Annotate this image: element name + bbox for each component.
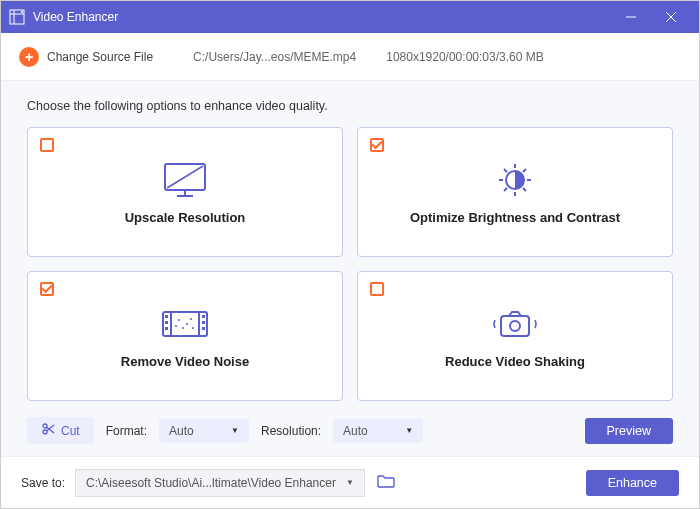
option-label: Upscale Resolution [125, 210, 246, 225]
option-reduce-shaking[interactable]: Reduce Video Shaking [357, 271, 673, 401]
svg-line-17 [523, 188, 526, 191]
option-upscale-resolution[interactable]: Upscale Resolution [27, 127, 343, 257]
change-source-button[interactable]: + Change Source File [19, 47, 153, 67]
svg-point-34 [175, 325, 177, 327]
svg-point-36 [510, 321, 520, 331]
save-path-select[interactable]: C:\Aiseesoft Studio\Ai...ltimate\Video E… [75, 469, 365, 497]
content-area: Choose the following options to enhance … [1, 81, 699, 456]
svg-rect-28 [202, 327, 205, 330]
svg-rect-20 [163, 312, 207, 336]
option-brightness-contrast[interactable]: Optimize Brightness and Contrast [357, 127, 673, 257]
option-label: Reduce Video Shaking [445, 354, 585, 369]
minimize-button[interactable] [611, 1, 651, 33]
cut-label: Cut [61, 424, 80, 438]
options-grid: Upscale Resolution Optimize Brightness a… [27, 127, 673, 401]
checkbox-noise[interactable] [40, 282, 54, 296]
folder-icon [377, 474, 395, 491]
option-label: Remove Video Noise [121, 354, 249, 369]
source-file-meta: 1080x1920/00:00:03/3.60 MB [386, 50, 543, 64]
svg-line-16 [504, 169, 507, 172]
chevron-down-icon: ▼ [346, 478, 354, 487]
open-folder-button[interactable] [375, 472, 397, 494]
plus-icon: + [19, 47, 39, 67]
svg-point-30 [186, 323, 188, 325]
svg-point-31 [182, 327, 184, 329]
svg-rect-24 [165, 321, 168, 324]
preview-label: Preview [607, 424, 651, 438]
preview-button[interactable]: Preview [585, 418, 673, 444]
save-path-value: C:\Aiseesoft Studio\Ai...ltimate\Video E… [86, 476, 336, 490]
svg-line-19 [504, 188, 507, 191]
svg-rect-23 [165, 315, 168, 318]
app-title: Video Enhancer [33, 10, 118, 24]
svg-point-33 [192, 327, 194, 329]
svg-rect-27 [202, 321, 205, 324]
chevron-down-icon: ▼ [231, 426, 239, 435]
film-icon [161, 304, 209, 344]
resolution-label: Resolution: [261, 424, 321, 438]
svg-point-32 [190, 318, 192, 320]
option-remove-noise[interactable]: Remove Video Noise [27, 271, 343, 401]
format-label: Format: [106, 424, 147, 438]
save-to-label: Save to: [21, 476, 65, 490]
app-icon [9, 9, 25, 25]
svg-point-29 [178, 319, 180, 321]
svg-rect-25 [165, 327, 168, 330]
svg-line-8 [167, 166, 203, 188]
option-label: Optimize Brightness and Contrast [410, 210, 620, 225]
brightness-icon [491, 160, 539, 200]
titlebar: Video Enhancer [1, 1, 699, 33]
resolution-value: Auto [343, 424, 368, 438]
format-value: Auto [169, 424, 194, 438]
footer-bar: Save to: C:\Aiseesoft Studio\Ai...ltimat… [1, 456, 699, 508]
monitor-icon [161, 160, 209, 200]
camera-shake-icon [491, 304, 539, 344]
checkbox-brightness[interactable] [370, 138, 384, 152]
cut-button[interactable]: Cut [27, 417, 94, 444]
enhance-button[interactable]: Enhance [586, 470, 679, 496]
svg-rect-35 [501, 316, 529, 336]
app-window: Video Enhancer + Change Source File C:/U… [0, 0, 700, 509]
change-source-label: Change Source File [47, 50, 153, 64]
checkbox-shaking[interactable] [370, 282, 384, 296]
resolution-select[interactable]: Auto ▼ [333, 419, 423, 443]
source-bar: + Change Source File C:/Users/Jay...eos/… [1, 33, 699, 81]
controls-row: Cut Format: Auto ▼ Resolution: Auto ▼ Pr… [27, 417, 673, 444]
source-file-path: C:/Users/Jay...eos/MEME.mp4 [193, 50, 356, 64]
svg-rect-26 [202, 315, 205, 318]
scissors-icon [41, 422, 55, 439]
checkbox-upscale[interactable] [40, 138, 54, 152]
format-select[interactable]: Auto ▼ [159, 419, 249, 443]
instruction-text: Choose the following options to enhance … [27, 99, 673, 113]
enhance-label: Enhance [608, 476, 657, 490]
chevron-down-icon: ▼ [405, 426, 413, 435]
svg-line-18 [523, 169, 526, 172]
svg-point-3 [21, 11, 23, 13]
close-button[interactable] [651, 1, 691, 33]
